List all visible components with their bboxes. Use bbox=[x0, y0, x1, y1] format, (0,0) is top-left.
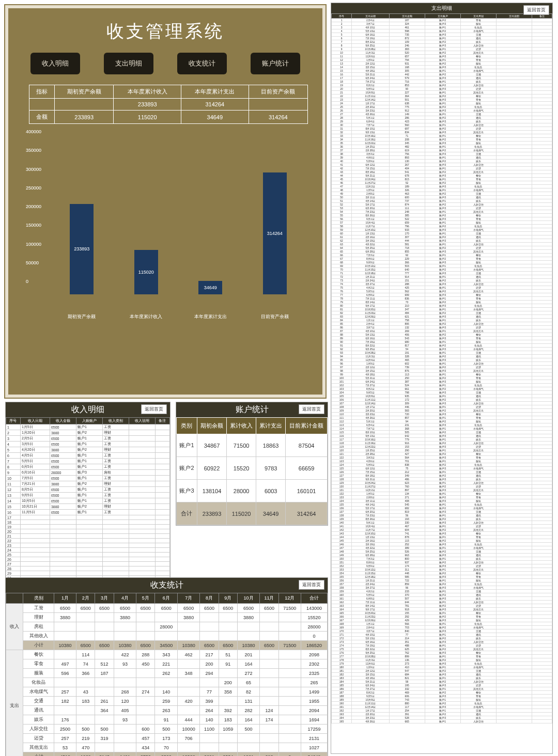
detail-table: 序号支出日期支出金额支出账户支出类别支出说明备注12月4日187账户2零食23月… bbox=[331, 13, 552, 723]
dashboard-panel: 收支管理系统 收入明细 支出明细 收支统计 账户统计 指标期初资产余额本年度累计… bbox=[5, 5, 326, 398]
detail-back-button[interactable]: 返回首页 bbox=[523, 5, 549, 15]
nav-account[interactable]: 账户统计 bbox=[251, 53, 300, 74]
account-table: 类别期初余额累计收入累计支出目前累计金额账户134867715001886387… bbox=[176, 417, 328, 525]
income-back-button[interactable]: 返回首页 bbox=[141, 404, 167, 414]
stats-panel: 收支统计 返回首页 类别1月2月3月4月5月6月7月8月9月10月11月12月合… bbox=[5, 577, 328, 756]
account-title: 账户统计 bbox=[236, 405, 269, 414]
nav-stats[interactable]: 收支统计 bbox=[177, 53, 227, 74]
stats-title: 收支统计 bbox=[150, 580, 183, 589]
page-title: 收支管理系统 bbox=[8, 20, 322, 43]
detail-title: 支出明细 bbox=[431, 5, 452, 11]
nav-income[interactable]: 收入明细 bbox=[30, 53, 80, 74]
income-title: 收入明细 bbox=[71, 405, 104, 414]
summary-chart: 4000003500003000002500002000001500001000… bbox=[24, 129, 307, 320]
summary-table: 指标期初资产余额本年度累计收入本年度累计支出目前资产余额233893314264… bbox=[29, 85, 308, 124]
expense-detail-panel: 支出明细 返回首页 序号支出日期支出金额支出账户支出类别支出说明备注12月4日1… bbox=[331, 3, 553, 754]
account-stats-panel: 账户统计 返回首页 类别期初余额累计收入累计支出目前累计金额账户13486771… bbox=[176, 402, 328, 526]
nav-expense[interactable]: 支出明细 bbox=[104, 53, 153, 74]
account-back-button[interactable]: 返回首页 bbox=[299, 404, 324, 414]
stats-table: 类别1月2月3月4月5月6月7月8月9月10月11月12月合计收入工资65006… bbox=[6, 593, 328, 756]
nav-buttons: 收入明细 支出明细 收支统计 账户统计 bbox=[8, 53, 322, 74]
stats-back-button[interactable]: 返回首页 bbox=[299, 580, 324, 590]
income-table: 序号收入日期收入金额入账账户收入类别收入说明备注11月5日6500账户1工资21… bbox=[6, 417, 170, 580]
income-detail-panel: 收入明细 返回首页 序号收入日期收入金额入账账户收入类别收入说明备注11月5日6… bbox=[5, 402, 171, 581]
